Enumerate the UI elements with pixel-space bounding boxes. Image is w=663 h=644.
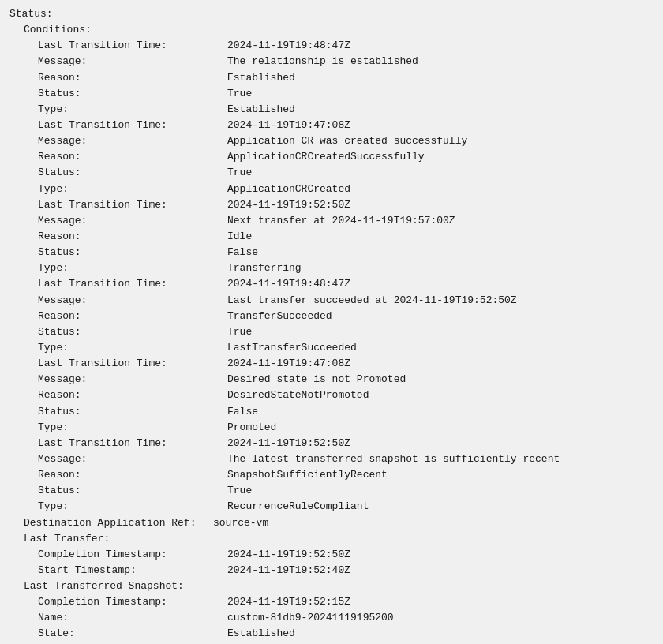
line: Completion Timestamp:2024-11-19T19:52:50… xyxy=(9,547,654,563)
line-key: Reason: xyxy=(9,309,227,324)
line-value: The relationship is established xyxy=(227,54,418,69)
line-value: Established xyxy=(227,102,295,118)
line: Reason:TransferSucceeded xyxy=(9,309,654,324)
line-value: Next transfer at 2024-11-19T19:57:00Z xyxy=(227,213,455,229)
line-value: False xyxy=(227,245,258,260)
line-value: SnapshotSufficientlyRecent xyxy=(227,467,388,483)
line: Conditions: xyxy=(9,22,654,38)
line-key: Last Transfer: xyxy=(9,531,213,547)
line-key: Last Transferred Snapshot: xyxy=(9,578,213,594)
line: Status:False xyxy=(9,245,654,260)
line-value: True xyxy=(227,483,252,499)
line: Message:Last transfer succeeded at 2024-… xyxy=(9,293,654,309)
line-value: RecurrenceRuleCompliant xyxy=(227,499,369,515)
line-value: 2024-11-19T19:52:50Z xyxy=(227,547,350,563)
line-value: 2024-11-19T19:52:50Z xyxy=(227,197,350,213)
line-key: Type: xyxy=(9,182,227,197)
line-key: Message: xyxy=(9,54,227,69)
line-value: 2024-11-19T19:52:15Z xyxy=(227,594,350,610)
line-key: Last Transition Time: xyxy=(9,356,227,372)
line-value: False xyxy=(227,404,258,420)
line-value: Idle xyxy=(227,229,252,245)
line: Type:RecurrenceRuleCompliant xyxy=(9,499,654,515)
terminal-output: Status:Conditions:Last Transition Time:2… xyxy=(9,6,654,644)
line-key: Reason: xyxy=(9,70,227,86)
line-value: 2024-11-19T19:52:40Z xyxy=(227,563,350,578)
line: Status:True xyxy=(9,324,654,340)
line-key: Name: xyxy=(9,610,227,626)
line-key: Last Transition Time: xyxy=(9,436,227,451)
line: State:Established xyxy=(9,626,654,642)
line-key: Type: xyxy=(9,340,227,356)
line-key: Message: xyxy=(9,293,227,309)
line-key: Status: xyxy=(9,165,227,181)
line-key: Status: xyxy=(9,483,227,499)
line-value: Last transfer succeeded at 2024-11-19T19… xyxy=(227,293,517,309)
line: Status: xyxy=(9,6,654,22)
line: Status:True xyxy=(9,86,654,102)
line-key: Start Timestamp: xyxy=(9,563,227,578)
line-value: ApplicationCRCreatedSuccessfully xyxy=(227,149,425,165)
line-value: 2024-11-19T19:48:47Z xyxy=(227,38,350,54)
line-key: Last Transition Time: xyxy=(9,276,227,292)
line-key: Completion Timestamp: xyxy=(9,547,227,563)
line-key: Last Transition Time: xyxy=(9,197,227,213)
line-key: Message: xyxy=(9,133,227,149)
line-key: Reason: xyxy=(9,229,227,245)
line-key: Type: xyxy=(9,420,227,436)
line: Message:The relationship is established xyxy=(9,54,654,69)
line-key: Last Transition Time: xyxy=(9,118,227,133)
line: Last Transition Time:2024-11-19T19:48:47… xyxy=(9,276,654,292)
line: Message:Next transfer at 2024-11-19T19:5… xyxy=(9,213,654,229)
line: Type:Established xyxy=(9,102,654,118)
line: Last Transition Time:2024-11-19T19:48:47… xyxy=(9,38,654,54)
line-value: 2024-11-19T19:47:08Z xyxy=(227,118,350,133)
line-key: Status: xyxy=(9,245,227,260)
line-value: Established xyxy=(227,626,295,642)
line: Destination Application Ref:source-vm xyxy=(9,515,654,531)
line-key: Reason: xyxy=(9,149,227,165)
line-key: Destination Application Ref: xyxy=(9,515,213,531)
line-key: Message: xyxy=(9,451,227,467)
line: Last Transferred Snapshot: xyxy=(9,578,654,594)
line: Message:Desired state is not Promoted xyxy=(9,372,654,388)
line-value: TransferSucceeded xyxy=(227,309,332,324)
line-value: Application CR was created successfully xyxy=(227,133,467,149)
line: Reason:SnapshotSufficientlyRecent xyxy=(9,467,654,483)
line: Last Transition Time:2024-11-19T19:47:08… xyxy=(9,356,654,372)
line: Completion Timestamp:2024-11-19T19:52:15… xyxy=(9,594,654,610)
line-key: Last Transition Time: xyxy=(9,38,227,54)
line-key: Reason: xyxy=(9,467,227,483)
line: Reason:ApplicationCRCreatedSuccessfully xyxy=(9,149,654,165)
line: Reason:DesiredStateNotPromoted xyxy=(9,388,654,403)
line: Status:True xyxy=(9,483,654,499)
line: Type:Promoted xyxy=(9,420,654,436)
line: Message:Application CR was created succe… xyxy=(9,133,654,149)
line-value: True xyxy=(227,324,252,340)
line: Type:ApplicationCRCreated xyxy=(9,182,654,197)
line-key: Reason: xyxy=(9,388,227,403)
line-key: Status: xyxy=(9,6,199,22)
line-key: Conditions: xyxy=(9,22,213,38)
line-value: DesiredStateNotPromoted xyxy=(227,388,369,403)
line: Last Transition Time:2024-11-19T19:52:50… xyxy=(9,197,654,213)
line-key: Status: xyxy=(9,324,227,340)
line: Last Transition Time:2024-11-19T19:47:08… xyxy=(9,118,654,133)
line-value: Promoted xyxy=(227,420,276,436)
line: Reason:Established xyxy=(9,70,654,86)
line-value: source-vm xyxy=(213,515,268,531)
line-value: Transferring xyxy=(227,260,302,276)
line: Type:LastTransferSucceeded xyxy=(9,340,654,356)
line-value: The latest transferred snapshot is suffi… xyxy=(227,451,560,467)
line-key: Message: xyxy=(9,213,227,229)
line-key: Type: xyxy=(9,102,227,118)
line-key: State: xyxy=(9,626,227,642)
line-key: Status: xyxy=(9,86,227,102)
line: Reason:Idle xyxy=(9,229,654,245)
line-value: True xyxy=(227,86,252,102)
line-value: 2024-11-19T19:47:08Z xyxy=(227,356,350,372)
line: Status:True xyxy=(9,165,654,181)
line: Last Transfer: xyxy=(9,531,654,547)
line-value: LastTransferSucceeded xyxy=(227,340,357,356)
line-value: Established xyxy=(227,70,295,86)
